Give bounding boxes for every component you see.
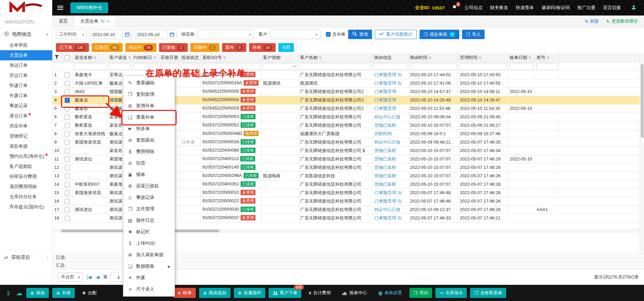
- column-filter-input[interactable]: [263, 63, 297, 70]
- sort-icon[interactable]: ⇅: [479, 56, 482, 60]
- column-filter-input[interactable]: [300, 63, 371, 70]
- context-menu-item[interactable]: ⚙设置已收款: [123, 180, 175, 192]
- column-filter-input[interactable]: [409, 63, 457, 70]
- route-info-link[interactable]: 货物已装柜: [374, 156, 396, 161]
- row-checkbox[interactable]: [65, 199, 70, 204]
- route-info-link[interactable]: 转运中心已收: [374, 140, 401, 145]
- toolbar-button[interactable]: ¥合计费用: [305, 288, 335, 298]
- customer-activity-button[interactable]: 客户活跃统计: [375, 30, 417, 39]
- sidebar-toggle-icon[interactable]: [52, 0, 68, 16]
- brand-logo[interactable]: [0, 0, 52, 16]
- column-header[interactable]: 账单日期⇅: [508, 54, 535, 62]
- column-header[interactable]: FOM标记⇅: [132, 54, 159, 62]
- context-menu-item[interactable]: ❖标记栏: [123, 226, 175, 238]
- column-filter-input[interactable]: [459, 63, 507, 70]
- tab-cargo-orders[interactable]: 大货运单 ↻ ×: [74, 16, 116, 27]
- row-checkbox[interactable]: [65, 182, 70, 187]
- sidebar-item[interactable]: 退回费用明细: [0, 182, 52, 192]
- row-checkbox[interactable]: [65, 157, 70, 162]
- toolbar-button[interactable]: 报表中心: [338, 288, 371, 298]
- column-header[interactable]: 应收开票: [159, 54, 180, 62]
- route-info-link[interactable]: 转运中心已收: [374, 207, 401, 212]
- row-checkbox[interactable]: [65, 131, 70, 137]
- sort-icon[interactable]: ⇅: [128, 56, 131, 60]
- context-menu-item[interactable]: $费用明细: [123, 146, 175, 157]
- sidebar-item[interactable]: 大货运单: [0, 50, 52, 60]
- calendar-icon[interactable]: [122, 30, 131, 39]
- sort-icon[interactable]: ⇅: [547, 56, 550, 60]
- row-checkbox[interactable]: [65, 106, 70, 111]
- route-info-link[interactable]: 货物已装柜: [374, 173, 396, 178]
- route-info-link[interactable]: 订单预受理: [374, 89, 396, 94]
- sidebar-item[interactable]: 作废订单: [0, 91, 52, 101]
- context-menu-item[interactable]: ↥上传POD: [123, 238, 175, 249]
- user-avatar[interactable]: [628, 3, 639, 13]
- context-menu-item[interactable]: ✕作废: [123, 272, 175, 283]
- time-type-select[interactable]: 工作时间 ▾: [56, 30, 87, 39]
- supplier-select[interactable]: ▾: [197, 30, 254, 39]
- context-menu-item[interactable]: ≡尺寸录入: [123, 283, 175, 295]
- route-info-link[interactable]: 订单预受理: [374, 97, 396, 102]
- row-checkbox[interactable]: [65, 165, 70, 170]
- row-checkbox[interactable]: [65, 140, 70, 145]
- search-button[interactable]: 查询: [348, 30, 372, 39]
- column-filter-input[interactable]: [202, 63, 260, 70]
- context-menu-item[interactable]: ⚠事故记录: [123, 192, 175, 203]
- toolbar-button[interactable]: ❒导出: [409, 288, 432, 298]
- sort-icon[interactable]: ⇅: [223, 56, 226, 60]
- context-menu-item[interactable]: ⊚更新路由: [123, 134, 175, 146]
- page-size-select[interactable]: 不分页 ▾: [58, 272, 83, 282]
- route-info-link[interactable]: 货物已装柜: [374, 148, 396, 153]
- row-checkbox[interactable]: [65, 174, 70, 179]
- refresh-button[interactable]: ↻ 刷新: [585, 18, 599, 24]
- topbar-menu-item[interactable]: 邀请码/验证码: [541, 5, 570, 11]
- toolbar-button[interactable]: ▦表格设置: [374, 288, 406, 298]
- column-filter-input[interactable]: [536, 63, 558, 70]
- notification-bell[interactable]: 1: [452, 5, 457, 11]
- toolbar-icon-button[interactable]: ☁: [16, 290, 23, 296]
- sidebar-item[interactable]: 快递订单: [0, 81, 52, 91]
- route-info-link[interactable]: 订单预受理 S(: [374, 190, 402, 195]
- toolbar-icon-button[interactable]: ⇓: [5, 290, 12, 296]
- toolbar-button[interactable]: ↪仓库指令: [435, 288, 467, 298]
- column-header[interactable]: 客户简称: [261, 54, 298, 62]
- column-filter-input[interactable]: [74, 63, 106, 70]
- sort-icon[interactable]: ⇅: [528, 56, 531, 60]
- route-info-link[interactable]: 订单预受理: [374, 106, 396, 111]
- app-tab[interactable]: WMS海外仓: [70, 2, 108, 13]
- column-filter-input[interactable]: [509, 63, 534, 70]
- sidebar-section-ecommerce[interactable]: 电商物流 ▾: [0, 29, 52, 40]
- sort-icon[interactable]: ⇅: [93, 56, 96, 60]
- row-checkbox[interactable]: [65, 148, 70, 153]
- sidebar-item[interactable]: 待审应付费用: [0, 172, 52, 182]
- route-info-link[interactable]: 订单预受理 S(: [374, 215, 402, 220]
- column-header[interactable]: 系统SO号⇅: [201, 54, 261, 62]
- sort-icon[interactable]: ⇅: [429, 56, 432, 60]
- route-info-link[interactable]: 开船时间: [374, 131, 392, 136]
- toolbar-button[interactable]: ✥分配: [78, 288, 101, 298]
- status-filter-button[interactable]: 问题件1: [190, 43, 219, 52]
- context-menu-item[interactable]: ▤操作日志: [123, 215, 175, 226]
- context-menu-item[interactable]: ❑数据模板▶: [123, 261, 175, 272]
- sidebar-item[interactable]: 预约出库(海外仓): [0, 151, 52, 161]
- sidebar-item[interactable]: 供应补单: [0, 121, 52, 131]
- route-info-link[interactable]: 货物已装柜: [374, 182, 396, 187]
- sidebar-item[interactable]: 货物登记: [0, 131, 52, 141]
- status-filter-button[interactable]: 已收货66: [92, 43, 123, 52]
- context-menu-item[interactable]: ⊕加入请款单据: [123, 249, 175, 261]
- column-header[interactable]: 渠道名称⇅: [73, 54, 108, 62]
- route-info-link[interactable]: 订单预受理 S(: [374, 72, 402, 77]
- status-filter-button[interactable]: 已下单135: [56, 43, 89, 52]
- context-menu-item[interactable]: ❒文件管理: [123, 203, 175, 215]
- tab-home[interactable]: 首页: [53, 16, 74, 27]
- toolbar-button[interactable]: 客户下单605: [269, 288, 301, 298]
- update-cache-button[interactable]: ↻ 更新数据缓存: [606, 18, 638, 24]
- row-checkbox[interactable]: [65, 89, 70, 94]
- sidebar-item[interactable]: 海运订单: [0, 60, 52, 70]
- route-info-link[interactable]: 转运中心已收: [374, 114, 401, 119]
- sidebar-item[interactable]: 仓库待办任务: [0, 192, 52, 202]
- route-info-link[interactable]: 订单预受理 S(: [374, 81, 402, 86]
- toolbar-button[interactable]: ⊕添加: [26, 288, 49, 298]
- row-checkbox[interactable]: [65, 190, 70, 195]
- sidebar-item[interactable]: 事故记录: [0, 101, 52, 111]
